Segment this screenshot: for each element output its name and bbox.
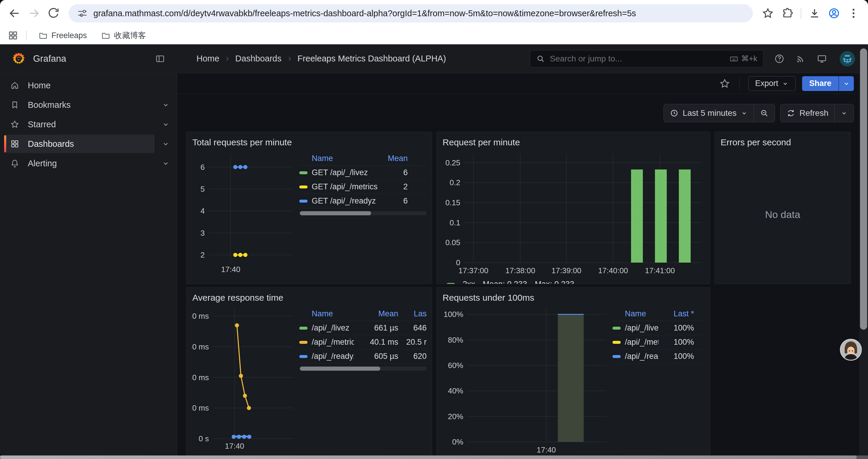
site-settings-icon[interactable]	[77, 8, 88, 19]
browser-menu-icon[interactable]	[845, 5, 862, 22]
legend-row[interactable]: /api/_/metrics40.1 ms20.5 r	[299, 335, 427, 350]
time-series-chart[interactable]: 0 s20 ms40 ms60 ms80 ms17:40	[192, 306, 296, 452]
legend-row[interactable]: /api/_/readyz605 µs620	[299, 350, 427, 364]
series-color-pill[interactable]	[299, 327, 308, 330]
time-series-chart[interactable]: 2345617:40	[192, 151, 296, 275]
series-color-pill[interactable]	[613, 341, 621, 344]
dock-sidebar-icon[interactable]	[155, 54, 165, 64]
download-icon[interactable]	[806, 5, 823, 22]
legend-scrollbar[interactable]	[299, 366, 427, 371]
svg-text:4: 4	[200, 206, 205, 215]
time-controls: Last 5 minutes Refresh	[663, 104, 854, 122]
svg-text:2: 2	[200, 251, 205, 259]
sidebar-item-starred[interactable]: Starred	[0, 114, 177, 134]
legend-row[interactable]: /api/_/readyz100%	[613, 350, 705, 364]
series-color-pill[interactable]	[299, 200, 308, 203]
area-chart[interactable]: 0%20%40%60%80%100%17:40	[442, 306, 610, 455]
time-range-picker[interactable]: Last 5 minutes	[664, 104, 754, 122]
extensions-icon[interactable]	[779, 5, 796, 22]
svg-text:20%: 20%	[448, 412, 463, 421]
legend-scrollbar[interactable]	[299, 211, 427, 215]
chevron-down-icon[interactable]	[155, 140, 177, 148]
legend-row[interactable]: GET /api/_/livez6	[299, 166, 427, 180]
sidebar-item-home[interactable]: Home	[0, 76, 177, 95]
panel-title[interactable]: Errors per second	[720, 136, 845, 151]
news-rss-icon[interactable]	[795, 54, 806, 64]
vertical-scrollbar[interactable]	[859, 44, 868, 455]
help-icon[interactable]	[774, 54, 785, 64]
legend-row[interactable]: GET /api/_/readyz6	[299, 194, 427, 208]
folder-icon	[38, 31, 48, 40]
svg-text:40%: 40%	[448, 386, 463, 395]
bookmark-star-icon[interactable]	[759, 5, 776, 22]
vertical-scrollbar-thumb[interactable]	[860, 48, 867, 330]
reload-icon[interactable]	[45, 5, 62, 22]
legend-header-name: Name	[299, 309, 354, 319]
legend-row[interactable]: /api/_/livez100%	[613, 321, 705, 335]
sidebar-item-dashboards[interactable]: Dashboards	[0, 134, 177, 154]
legend-header-last: Last *	[658, 309, 694, 319]
favorite-star-icon[interactable]	[719, 78, 730, 89]
chevron-right-icon	[223, 55, 231, 63]
floating-assistant-avatar[interactable]	[840, 339, 862, 361]
share-dropdown-button[interactable]	[838, 76, 854, 91]
bar-chart[interactable]: 00.050.10.150.20.2517:37:0017:38:0017:39…	[442, 151, 705, 276]
svg-text:0%: 0%	[452, 437, 463, 446]
legend-header-mean: Mean	[383, 154, 408, 163]
svg-text:6: 6	[200, 163, 205, 172]
chevron-down-icon[interactable]	[155, 101, 177, 109]
share-button[interactable]: Share	[802, 76, 838, 91]
refresh-button[interactable]: Refresh	[780, 104, 834, 122]
chevron-down-icon[interactable]	[155, 159, 177, 167]
panel-title[interactable]: Average response time	[192, 291, 427, 306]
zoom-out-icon	[760, 109, 769, 118]
search-box[interactable]: ⌘+k	[530, 50, 764, 67]
legend-header-row: NameMeanLas	[299, 307, 427, 321]
breadcrumb-item[interactable]: Home	[196, 54, 219, 64]
chevron-right-icon	[286, 55, 293, 63]
series-color-pill[interactable]	[299, 186, 308, 189]
bookmark-folder-blogs[interactable]: 收藏博客	[97, 28, 150, 42]
series-color-pill[interactable]	[613, 327, 621, 330]
zoom-out-button[interactable]	[754, 104, 775, 122]
back-icon[interactable]	[6, 5, 23, 22]
bookmarks-divider	[26, 31, 27, 40]
horizontal-scrollbar-thumb[interactable]	[0, 455, 857, 459]
monitor-icon[interactable]	[816, 54, 827, 64]
refresh-interval-dropdown[interactable]	[834, 104, 854, 122]
breadcrumb-item[interactable]: Dashboards	[235, 54, 281, 64]
series-color-pill[interactable]	[299, 355, 308, 358]
sidebar-menu: HomeBookmarksStarredDashboardsAlerting	[0, 73, 177, 173]
panel-title[interactable]: Request per minute	[442, 136, 705, 151]
sidebar-item-bookmarks[interactable]: Bookmarks	[0, 95, 177, 114]
series-color-pill[interactable]	[299, 341, 308, 344]
export-button[interactable]: Export	[748, 76, 796, 91]
profile-icon[interactable]	[826, 5, 843, 22]
svg-text:17:41:00: 17:41:00	[645, 266, 675, 275]
series-color-pill[interactable]	[299, 171, 308, 174]
grafana-app: Grafana HomeBookmarksStarredDashboardsAl…	[0, 44, 868, 459]
legend-row[interactable]: GET /api/_/metrics2	[299, 180, 427, 194]
sidebar-item-alerting[interactable]: Alerting	[0, 154, 177, 173]
user-avatar[interactable]	[840, 51, 855, 66]
legend-scrollbar-thumb[interactable]	[300, 366, 380, 371]
legend-inline[interactable]: 2xx Mean: 0.233 Max: 0.233	[442, 280, 705, 284]
bookmark-folder-freeleaps[interactable]: Freeleaps	[34, 29, 91, 42]
legend-header-name: Name	[613, 309, 658, 319]
chevron-down-icon[interactable]	[155, 120, 177, 129]
sidebar-item-label: Alerting	[28, 159, 57, 168]
legend-row[interactable]: /api/_/livez661 µs646	[299, 321, 427, 335]
series-color-pill[interactable]	[613, 355, 621, 358]
panel-title[interactable]: Requests under 100ms	[442, 291, 705, 306]
legend-scrollbar-thumb[interactable]	[300, 211, 371, 215]
grafana-logo-icon	[12, 52, 26, 66]
bookmark-icon	[10, 100, 20, 109]
apps-grid-icon[interactable]	[8, 30, 18, 41]
panel-title[interactable]: Total requests per minute	[192, 136, 427, 151]
horizontal-scrollbar[interactable]	[0, 455, 868, 459]
forward-icon[interactable]	[25, 5, 42, 22]
legend-row[interactable]: /api/_/metrics100%	[613, 335, 705, 350]
url-bar[interactable]: grafana.mathmast.com/d/deytv4rwavabkb/fr…	[68, 4, 753, 23]
search-input[interactable]	[550, 54, 725, 64]
legend-series-name: GET /api/_/livez	[299, 168, 383, 177]
